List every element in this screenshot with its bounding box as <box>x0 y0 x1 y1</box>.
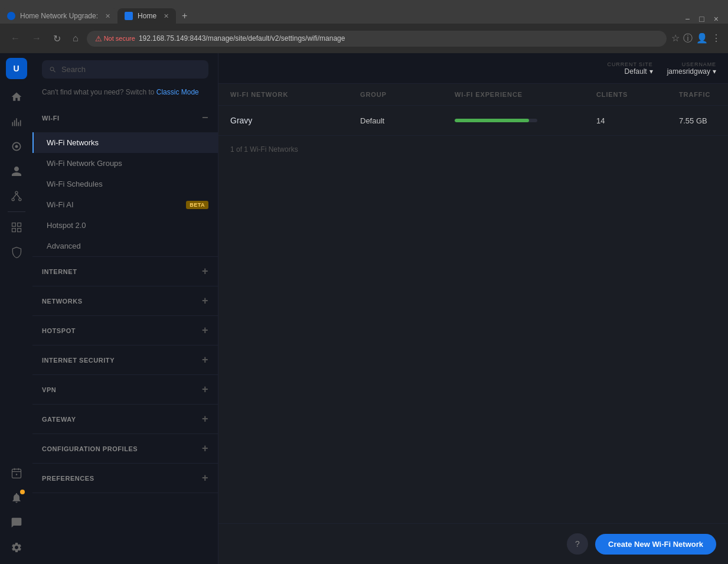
sidebar-section-gateway: GATEWAY + <box>32 405 218 434</box>
row-clients: 14 <box>596 116 679 125</box>
tab1-close[interactable]: ✕ <box>105 12 110 20</box>
sidebar-item-wifi-ai[interactable]: Wi-Fi AI BETA <box>32 194 218 215</box>
sidebar-section-networks: NETWORKS + <box>32 286 218 316</box>
back-button[interactable]: ← <box>7 32 24 45</box>
experience-bar-fill <box>455 119 529 122</box>
app-header: CURRENT SITE Default ▾ USERNAME jamesrid… <box>218 53 728 84</box>
address-bar: ← → ↻ ⌂ ⚠ Not secure 192.168.75.149:8443… <box>0 24 728 53</box>
nav-icon-shield[interactable] <box>5 240 28 264</box>
svg-point-4 <box>18 198 21 201</box>
classic-mode-banner: Can't find what you need? Switch to Clas… <box>32 86 218 103</box>
hotspot-section-header[interactable]: HOTSPOT + <box>32 316 218 345</box>
nav-icon-devices[interactable] <box>5 135 28 158</box>
new-tab-button[interactable]: + <box>176 8 193 24</box>
sidebar-section-configuration-profiles: CONFIGURATION PROFILES + <box>32 434 218 464</box>
site-selector[interactable]: CURRENT SITE Default ▾ <box>608 61 653 76</box>
table-footer: 1 of 1 Wi-Fi Networks <box>218 136 728 163</box>
help-button[interactable]: ? <box>567 533 588 555</box>
ubiquiti-logo[interactable]: U <box>6 58 27 79</box>
row-group: Default <box>360 116 455 125</box>
wifi-collapse-icon: − <box>202 112 208 124</box>
close-button[interactable]: × <box>709 14 723 24</box>
user-chevron-icon: ▾ <box>713 67 716 76</box>
internet-section-header[interactable]: INTERNET + <box>32 257 218 286</box>
networks-section-header[interactable]: NETWORKS + <box>32 286 218 315</box>
browser-chrome: Home Network Upgrade: ✕ Home ✕ + − □ × ←… <box>0 0 728 53</box>
svg-point-15 <box>15 474 17 475</box>
configuration-profiles-expand-icon: + <box>202 442 208 455</box>
sidebar-item-wifi-network-groups[interactable]: Wi-Fi Network Groups <box>32 153 218 174</box>
sidebar-item-wifi-schedules[interactable]: Wi-Fi Schedules <box>32 174 218 194</box>
url-input[interactable]: ⚠ Not secure 192.168.75.149:8443/manage/… <box>87 31 667 47</box>
svg-rect-9 <box>12 229 15 232</box>
nav-icon-home[interactable] <box>5 85 28 109</box>
sidebar-section-internet-security: INTERNET SECURITY + <box>32 345 218 375</box>
vpn-expand-icon: + <box>202 383 208 396</box>
username-value: jamesridgway ▾ <box>667 67 716 76</box>
configuration-profiles-section-header[interactable]: CONFIGURATION PROFILES + <box>32 434 218 463</box>
tab2-icon <box>125 12 133 20</box>
col-traffic: TRAFFIC <box>679 91 728 98</box>
bookmark-icon[interactable]: ☆ <box>671 32 680 45</box>
svg-rect-11 <box>12 469 21 478</box>
search-input[interactable] <box>61 65 201 74</box>
home-button[interactable]: ⌂ <box>69 32 82 45</box>
preferences-expand-icon: + <box>202 472 208 484</box>
profile-icon[interactable]: 👤 <box>696 32 708 45</box>
gateway-section-header[interactable]: GATEWAY + <box>32 405 218 433</box>
info-icon[interactable]: ⓘ <box>683 32 693 45</box>
wifi-section-header[interactable]: WI-FI − <box>32 103 218 132</box>
user-selector[interactable]: USERNAME jamesridgway ▾ <box>667 61 716 76</box>
nav-icon-chat[interactable] <box>5 511 28 534</box>
nav-icon-stats[interactable] <box>5 110 28 133</box>
sidebar: Can't find what you need? Switch to Clas… <box>32 53 218 564</box>
bottom-bar: ? Create New Wi-Fi Network <box>218 523 728 564</box>
logo-text: U <box>13 64 19 73</box>
hotspot-expand-icon: + <box>202 324 208 337</box>
row-experience-bar <box>455 119 596 122</box>
icon-bar-top: U <box>5 58 28 459</box>
sidebar-item-advanced[interactable]: Advanced <box>32 236 218 256</box>
nav-icon-topology[interactable] <box>5 184 28 208</box>
col-group: GROUP <box>360 91 455 98</box>
maximize-button[interactable]: □ <box>694 14 709 24</box>
vpn-section-header[interactable]: VPN + <box>32 375 218 404</box>
browser-tab-2[interactable]: Home ✕ <box>117 8 176 24</box>
table-row[interactable]: Gravy Default 14 7.55 GB ⋮ <box>218 106 728 136</box>
sidebar-section-vpn: VPN + <box>32 375 218 405</box>
wifi-table: WI-FI NETWORK GROUP WI-FI EXPERIENCE CLI… <box>218 84 728 523</box>
create-wifi-network-button[interactable]: Create New Wi-Fi Network <box>595 534 716 555</box>
not-secure-badge: ⚠ Not secure <box>95 34 135 43</box>
tab2-close[interactable]: ✕ <box>164 12 169 20</box>
forward-button[interactable]: → <box>28 32 45 45</box>
svg-rect-8 <box>17 223 21 227</box>
classic-mode-link[interactable]: Classic Mode <box>156 88 199 96</box>
svg-point-1 <box>15 145 18 148</box>
nav-icon-settings[interactable] <box>5 536 28 559</box>
nav-icon-insights[interactable] <box>5 216 28 239</box>
address-actions: ☆ ⓘ 👤 ⋮ <box>671 32 721 45</box>
preferences-section-header[interactable]: PREFERENCES + <box>32 464 218 493</box>
search-input-wrap[interactable] <box>42 60 208 79</box>
menu-icon[interactable]: ⋮ <box>711 32 721 45</box>
experience-bar-wrap <box>455 119 537 122</box>
svg-line-6 <box>17 194 20 198</box>
app: U <box>0 53 728 564</box>
svg-rect-10 <box>17 229 21 232</box>
sidebar-item-wifi-networks[interactable]: Wi-Fi Networks <box>32 132 218 153</box>
wifi-nav-items: Wi-Fi Networks Wi-Fi Network Groups Wi-F… <box>32 132 218 256</box>
notification-badge <box>20 490 25 494</box>
row-network-name: Gravy <box>230 116 360 125</box>
nav-icon-clients[interactable] <box>5 159 28 183</box>
search-icon <box>49 66 57 74</box>
sidebar-item-hotspot-20[interactable]: Hotspot 2.0 <box>32 215 218 236</box>
minimize-button[interactable]: − <box>680 14 694 24</box>
browser-tab-1[interactable]: Home Network Upgrade: ✕ <box>0 8 117 24</box>
tab2-title: Home <box>138 12 156 20</box>
reload-button[interactable]: ↻ <box>50 32 64 45</box>
nav-icon-calendar[interactable] <box>5 461 28 485</box>
current-site-label: CURRENT SITE <box>608 61 653 67</box>
nav-icon-notifications[interactable] <box>5 486 28 510</box>
internet-security-section-header[interactable]: INTERNET SECURITY + <box>32 345 218 374</box>
svg-point-3 <box>12 198 14 201</box>
